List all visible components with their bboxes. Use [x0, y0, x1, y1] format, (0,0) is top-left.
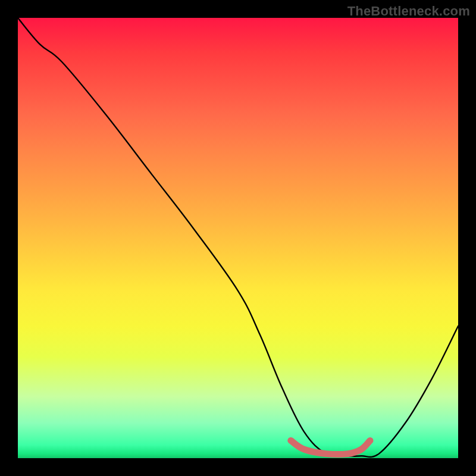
curve-svg [18, 18, 458, 458]
chart-container: TheBottleneck.com [0, 0, 476, 476]
plot-area [18, 18, 458, 458]
watermark-text: TheBottleneck.com [347, 4, 470, 19]
optimal-range-marker-path [291, 440, 370, 454]
bottleneck-curve-path [18, 18, 458, 457]
